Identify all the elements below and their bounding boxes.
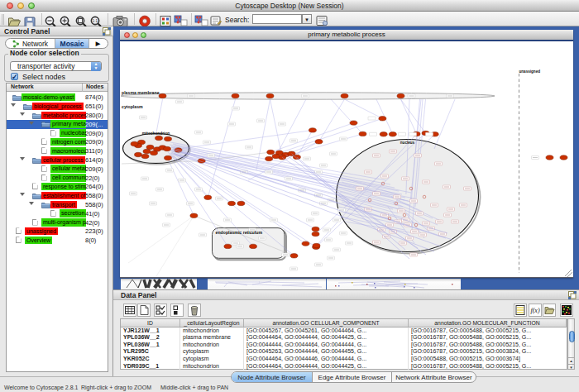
svg-text:mitochondrion: mitochondrion: [142, 131, 170, 136]
svg-text:1:1: 1:1: [93, 19, 98, 23]
svg-text:endoplasmic reticulum: endoplasmic reticulum: [216, 230, 263, 235]
svg-text:cytoplasm: cytoplasm: [122, 104, 143, 109]
svg-text:nucleus: nucleus: [400, 141, 415, 145]
svg-text:plasma membrane: plasma membrane: [122, 90, 160, 95]
svg-text:f(x): f(x): [530, 307, 539, 314]
svg-text:unassigned: unassigned: [519, 69, 541, 74]
